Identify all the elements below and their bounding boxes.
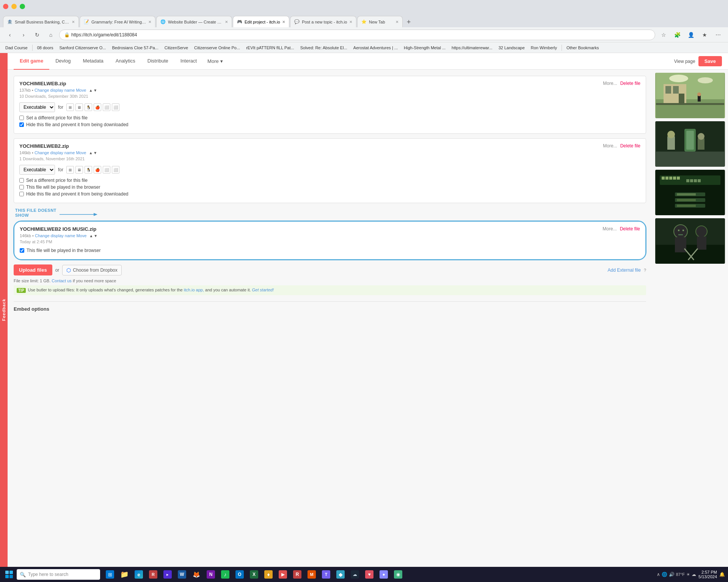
browser-checkbox-3[interactable] (20, 248, 24, 253)
taskbar-app-play[interactable]: ▶ (276, 568, 290, 581)
platform-win32-2[interactable]: 🖥 (75, 166, 83, 174)
add-external-link[interactable]: Add External file (607, 268, 640, 273)
file-type-select-2[interactable]: Executable (19, 165, 55, 175)
close-button[interactable] (3, 4, 8, 9)
platform-unknown2-2[interactable]: ⬜ (112, 166, 119, 174)
screenshot-2[interactable] (655, 121, 725, 167)
nav-tab-metadata[interactable]: Metadata (77, 53, 110, 70)
nav-tab-devlog[interactable]: Devlog (49, 53, 77, 70)
file-more-2[interactable]: More... (603, 143, 617, 149)
minimize-button[interactable] (11, 4, 17, 9)
contact-link[interactable]: Contact us (52, 278, 72, 283)
bookmark-landscape[interactable]: 32 Landscape (496, 45, 527, 51)
file-move-3[interactable]: Move (76, 233, 86, 238)
taskbar-app-r[interactable]: R (290, 568, 304, 581)
taskbar-app-m[interactable]: M (305, 568, 318, 581)
nav-tab-edit-game[interactable]: Edit game (14, 53, 49, 70)
hide-checkbox-1[interactable] (19, 122, 24, 127)
nav-tab-more[interactable]: More ▾ (203, 53, 228, 70)
extensions-button[interactable]: 🧩 (672, 30, 682, 40)
cloud-icon[interactable]: ☁ (692, 572, 696, 577)
taskbar-excel[interactable]: X (247, 568, 261, 581)
taskbar-edge[interactable]: e (132, 568, 146, 581)
change-display-name-2[interactable]: Change display name (35, 150, 75, 155)
bookmark-aerostat[interactable]: Aerostat Adventures | ... (351, 45, 400, 51)
move-down-1[interactable]: ▼ (93, 88, 97, 92)
notifications-icon[interactable]: 🔔 (719, 572, 725, 577)
tip-itchio-link[interactable]: itch.io app, (184, 288, 204, 292)
price-label-2[interactable]: Set a different price for this file (26, 178, 88, 183)
price-checkbox-2[interactable] (19, 178, 24, 183)
bookmark-highstrength[interactable]: High-Strength Metal ... (402, 45, 448, 51)
view-page-link[interactable]: View page (674, 59, 695, 64)
file-more-3[interactable]: More... (602, 226, 617, 232)
profile-button[interactable]: 👤 (686, 30, 696, 40)
platform-win32-1[interactable]: 🖥 (75, 103, 83, 111)
browser-tab-1[interactable]: 🏦 Small Business Banking, Credit... × (3, 16, 79, 27)
bookmark-bedrosians[interactable]: Bedrosians Cloe 57-Pa... (110, 45, 160, 51)
bookmark-other[interactable]: Other Bookmarks (564, 45, 601, 51)
taskbar-firefox[interactable]: 🦊 (190, 568, 203, 581)
bookmark-dad-course[interactable]: Dad Course (3, 45, 30, 51)
taskbar-search[interactable]: 🔍 Type here to search (17, 569, 100, 580)
move-up-3[interactable]: ▲ (89, 234, 93, 238)
hide-checkbox-2[interactable] (19, 192, 24, 196)
platform-mac-1[interactable]: 🍎 (94, 103, 101, 111)
platform-win-2[interactable]: ⊞ (66, 166, 74, 174)
taskbar-file-explorer[interactable]: 📁 (118, 568, 131, 581)
platform-unknown2-1[interactable]: ⬜ (112, 103, 119, 111)
platform-unknown1-1[interactable]: ⬜ (103, 103, 110, 111)
browser-tab-2[interactable]: 📝 Grammarly: Free AI Writing As... × (80, 16, 155, 27)
bookmark-solved[interactable]: Solved: Re: Absolute El... (298, 45, 350, 51)
browser-checkbox-2[interactable] (19, 185, 24, 189)
price-checkbox-1[interactable] (19, 116, 24, 120)
browser-tab-3[interactable]: 🌐 Website Builder — Create a We... × (156, 16, 232, 27)
platform-mac-2[interactable]: 🍎 (94, 166, 101, 174)
taskbar-app-diamond[interactable]: ♦ (262, 568, 275, 581)
bookmark-sanford[interactable]: Sanford Citizenserve O... (57, 45, 108, 51)
browser-label-2[interactable]: This file will be played in the browser (26, 185, 100, 190)
bookmark-citizenserve[interactable]: CitizenServe (162, 45, 190, 51)
browser-menu[interactable]: ⋯ (713, 30, 723, 40)
bookmark-ultimaterewar[interactable]: https://ultimaterewar... (449, 45, 495, 51)
network-icon[interactable]: 🌐 (662, 572, 667, 577)
edit-area[interactable]: YOCHIMIELWEB.zip More... Delete file 137… (8, 70, 652, 567)
taskbar-app-heart[interactable]: ♥ (362, 568, 376, 581)
taskbar-app-teal[interactable]: ◆ (334, 568, 347, 581)
change-display-name-1[interactable]: Change display name (35, 88, 75, 92)
address-input[interactable]: 🔒 https://itch.io/game/edit/1188084 (59, 30, 655, 40)
screenshot-3[interactable] (655, 170, 725, 215)
start-button[interactable] (3, 568, 15, 580)
speaker-icon[interactable]: 🔊 (669, 572, 675, 577)
taskbar-teams[interactable]: T (319, 568, 333, 581)
upload-files-button[interactable]: Upload files (14, 264, 52, 275)
move-down-3[interactable]: ▼ (94, 234, 97, 238)
screenshot-4[interactable] (655, 218, 725, 264)
platform-linux-1[interactable]: 🐧 (85, 103, 92, 111)
home-button[interactable]: ⌂ (46, 30, 56, 40)
nav-tab-analytics[interactable]: Analytics (110, 53, 141, 70)
move-up-2[interactable]: ▲ (89, 151, 93, 155)
bookmark-revit[interactable]: rEVIt pATTERN fILL Pat... (244, 45, 297, 51)
file-type-select-1[interactable]: Executable (19, 102, 55, 112)
change-display-name-3[interactable]: Change display name (35, 233, 75, 238)
tip-get-started-link[interactable]: Get started! (252, 288, 274, 292)
file-delete-3[interactable]: Delete file (620, 226, 640, 232)
tab-close-4[interactable]: × (282, 19, 286, 25)
taskbar-taskview[interactable]: ⊞ (103, 568, 117, 581)
bookmark-button[interactable]: ☆ (658, 30, 669, 40)
bookmark-ron-wimberly[interactable]: Ron Wimberly (529, 45, 559, 51)
tab-close-1[interactable]: × (72, 19, 75, 25)
screenshot-1[interactable] (655, 73, 725, 118)
save-button[interactable]: Save (698, 56, 722, 66)
file-delete-1[interactable]: Delete file (620, 81, 640, 86)
taskbar-steam[interactable]: ☁ (348, 568, 362, 581)
browser-tab-6[interactable]: ⭐ New Tab × (357, 16, 403, 27)
tab-close-2[interactable]: × (148, 19, 151, 25)
file-more-1[interactable]: More... (603, 81, 617, 86)
move-up-1[interactable]: ▲ (89, 88, 93, 92)
file-move-1[interactable]: Move (76, 88, 86, 92)
platform-linux-2[interactable]: 🐧 (85, 166, 92, 174)
taskbar-outlook[interactable]: O (233, 568, 246, 581)
forward-button[interactable]: › (18, 30, 29, 40)
